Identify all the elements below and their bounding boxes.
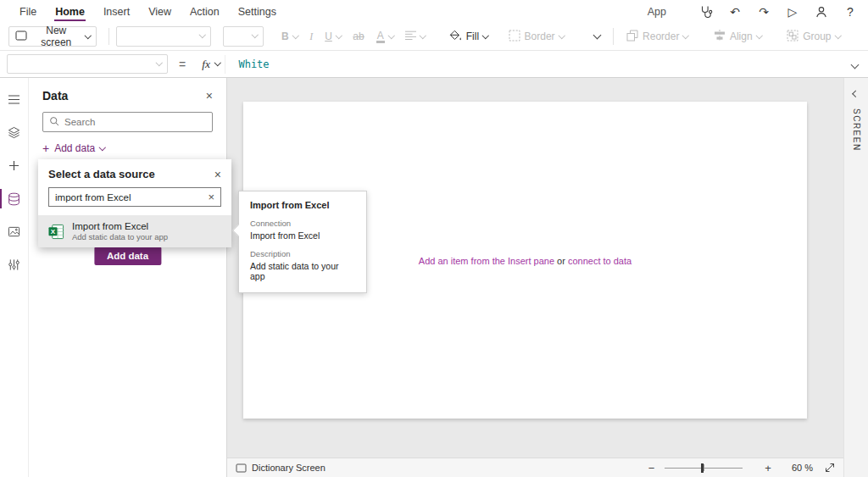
more-formatting-button[interactable] xyxy=(588,25,606,47)
help-icon[interactable]: ? xyxy=(843,4,858,19)
tooltip-description-label: Description xyxy=(250,249,355,258)
chevron-down-icon xyxy=(851,61,860,69)
undo-icon[interactable]: ↶ xyxy=(727,4,743,19)
fit-to-window-icon[interactable] xyxy=(825,463,835,473)
border-button[interactable]: Border xyxy=(503,25,570,47)
font-color-button[interactable]: A xyxy=(370,25,400,47)
tooltip-description-value: Add static data to your app xyxy=(250,261,355,281)
insert-pane-link[interactable]: Add an item from the Insert pane xyxy=(419,256,554,266)
add-data-button[interactable]: Add data xyxy=(94,247,161,265)
chevron-down-icon xyxy=(593,31,602,40)
menu-insert[interactable]: Insert xyxy=(94,0,139,23)
data-source-tooltip: Import from Excel Connection Import from… xyxy=(238,191,367,293)
screen-properties-strip: SCREEN xyxy=(843,78,868,477)
result-text: Import from Excel Add static data to you… xyxy=(72,221,168,241)
fx-dropdown[interactable]: fx xyxy=(197,55,225,74)
app-menu[interactable]: App xyxy=(648,6,666,18)
popup-search-input[interactable] xyxy=(55,192,203,202)
redo-icon[interactable]: ↷ xyxy=(756,4,771,19)
current-screen-name[interactable]: Dictionary Screen xyxy=(252,463,326,473)
fx-label: fx xyxy=(202,58,210,71)
play-icon[interactable]: ▷ xyxy=(785,4,800,19)
data-sources-icon[interactable] xyxy=(0,182,29,215)
zoom-slider-center-tick xyxy=(704,464,704,471)
chevron-down-icon xyxy=(682,32,689,39)
clear-search-icon[interactable]: × xyxy=(208,191,214,202)
data-panel-close-icon[interactable]: × xyxy=(206,90,213,102)
font-family-select[interactable] xyxy=(116,26,211,47)
tree-view-icon[interactable] xyxy=(0,116,29,149)
font-size-select[interactable] xyxy=(223,26,264,47)
advanced-tools-icon[interactable] xyxy=(0,248,29,281)
new-screen-button[interactable]: New screen xyxy=(8,26,97,47)
property-select[interactable] xyxy=(7,54,168,74)
left-rail xyxy=(0,78,29,477)
formula-bar: = fx White xyxy=(0,51,868,78)
popup-search-box[interactable]: × xyxy=(48,187,221,207)
formula-bar-expand-button[interactable] xyxy=(852,58,858,70)
insert-plus-icon[interactable] xyxy=(0,149,29,182)
hamburger-menu-icon[interactable] xyxy=(0,83,29,116)
italic-label: I xyxy=(309,31,313,43)
add-data-dropdown-label: Add data xyxy=(54,142,95,154)
chevron-down-icon xyxy=(84,32,91,39)
chevron-down-icon xyxy=(336,32,342,39)
border-icon xyxy=(509,30,520,44)
reorder-button[interactable]: Reorder xyxy=(620,25,694,47)
zoom-slider[interactable] xyxy=(665,462,743,474)
media-icon[interactable] xyxy=(0,215,29,248)
toolbar-divider xyxy=(108,28,109,45)
account-icon[interactable] xyxy=(814,4,829,19)
screen-tab-label[interactable]: SCREEN xyxy=(852,108,861,152)
bold-label: B xyxy=(281,31,289,42)
reorder-label: Reorder xyxy=(643,31,679,42)
align-button[interactable]: Align xyxy=(708,25,767,47)
fill-button[interactable]: Fill xyxy=(443,25,494,47)
zoom-out-button[interactable]: − xyxy=(645,462,659,474)
svg-text:X: X xyxy=(51,227,56,235)
connect-to-data-link[interactable]: connect to data xyxy=(568,256,632,266)
select-data-source-popup: Select a data source × × X Import fro xyxy=(38,159,231,247)
data-search-box[interactable] xyxy=(42,112,213,132)
strikethrough-button[interactable]: ab xyxy=(347,25,370,47)
menu-file[interactable]: File xyxy=(10,0,46,23)
zoom-percentage: 60 % xyxy=(792,463,813,473)
bold-button[interactable]: B xyxy=(275,25,303,47)
toolbar-divider xyxy=(613,28,614,45)
expand-properties-chevron[interactable] xyxy=(853,91,860,97)
chevron-down-icon xyxy=(99,144,106,151)
popup-close-icon[interactable]: × xyxy=(214,169,221,180)
group-button[interactable]: Group xyxy=(781,25,846,47)
zoom-slider-handle[interactable] xyxy=(701,463,704,473)
equals-sign: = xyxy=(179,58,186,71)
power-apps-studio: File Home Insert View Action Settings Ap… xyxy=(0,0,868,477)
zoom-in-button[interactable]: + xyxy=(761,462,775,474)
chevron-down-icon xyxy=(292,32,299,39)
formula-input[interactable]: White xyxy=(238,58,269,70)
add-data-dropdown[interactable]: + Add data xyxy=(42,142,213,154)
status-bar: Dictionary Screen − + 60 % xyxy=(227,458,843,477)
screen-thumbnail-icon xyxy=(236,463,247,473)
data-source-result-item[interactable]: X Import from Excel Add static data to y… xyxy=(38,215,231,247)
chevron-down-icon xyxy=(198,31,205,38)
text-align-button[interactable] xyxy=(399,25,431,47)
main-workspace: Data × + Add data Add data Add an item f… xyxy=(0,78,868,477)
zoom-controls: − + 60 % xyxy=(645,462,835,474)
app-checker-icon[interactable] xyxy=(698,4,714,19)
chevron-down-icon xyxy=(558,32,565,39)
data-search-input[interactable] xyxy=(64,117,206,127)
menu-settings[interactable]: Settings xyxy=(229,0,286,23)
underline-button[interactable]: U xyxy=(319,25,347,47)
menu-action[interactable]: Action xyxy=(181,0,229,23)
tooltip-connection-value: Import from Excel xyxy=(250,230,355,241)
screen-icon xyxy=(15,31,27,43)
italic-button[interactable]: I xyxy=(303,25,319,47)
excel-icon: X xyxy=(48,224,64,240)
chevron-down-icon xyxy=(214,59,221,66)
search-icon xyxy=(49,116,59,129)
data-panel-title: Data xyxy=(42,89,68,103)
group-icon xyxy=(787,30,798,44)
result-description: Add static data to your app xyxy=(72,232,168,241)
menu-home[interactable]: Home xyxy=(46,0,94,23)
menu-view[interactable]: View xyxy=(139,0,181,23)
